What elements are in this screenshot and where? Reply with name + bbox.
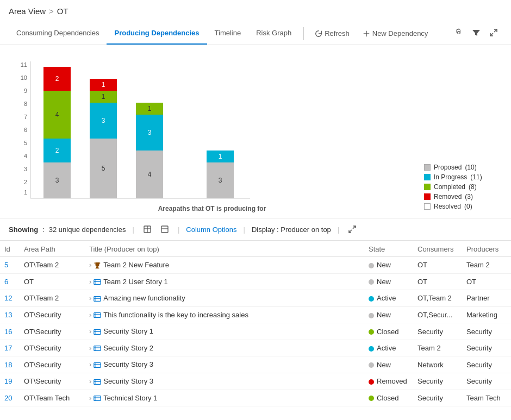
refresh-button[interactable]: Refresh (308, 25, 356, 42)
work-item-icon (94, 311, 103, 319)
filter-icon (472, 28, 481, 37)
legend-proposed: Proposed (10) (424, 164, 500, 171)
row-id-link[interactable]: 17 (4, 344, 12, 352)
tab-risk[interactable]: Risk Graph (248, 22, 299, 45)
tab-divider (303, 27, 304, 40)
refresh-label: Refresh (325, 29, 350, 37)
row-id-link[interactable]: 5 (4, 261, 8, 269)
row-state: Active (364, 290, 413, 307)
chart-title-prefix: Areapaths that (158, 205, 205, 212)
tab-consuming[interactable]: Consuming Dependencies (9, 22, 107, 45)
legend-resolved-count: (0) (464, 203, 472, 210)
row-producers: Security (462, 356, 511, 373)
row-id-link[interactable]: 19 (4, 377, 12, 385)
tab-timeline[interactable]: Timeline (207, 22, 249, 45)
col-header-id: Id (0, 241, 20, 257)
showing-bar: Showing : 32 unique dependencies | | Col… (0, 218, 511, 241)
row-consumers: OT (413, 273, 462, 290)
breadcrumb-root[interactable]: Area View (9, 7, 46, 16)
open-fullscreen-icon[interactable] (346, 224, 359, 235)
row-id-link[interactable]: 6 (4, 278, 8, 286)
new-dependency-button[interactable]: New Dependency (356, 25, 435, 42)
svg-text:1: 1 (148, 105, 152, 112)
chart-title-bold: OT (205, 205, 215, 212)
settings-icon-btn[interactable] (450, 24, 468, 43)
filter-icon-btn[interactable] (468, 24, 485, 43)
row-consumers: Team 2 (413, 340, 462, 356)
row-area-path: OT\Team 2 (20, 290, 85, 307)
row-producers: Security (462, 373, 511, 390)
collapse-rows-icon[interactable] (158, 224, 171, 235)
svg-text:7: 7 (24, 114, 27, 120)
row-expand-icon[interactable]: › (89, 311, 91, 319)
table-row: 6OT›Team 2 User Story 1NewOTOT (0, 273, 511, 290)
state-dot (369, 329, 374, 335)
row-title: ›Security Story 2 (85, 340, 364, 356)
row-expand-icon[interactable]: › (89, 294, 91, 302)
column-options-link[interactable]: Column Options (186, 225, 236, 234)
row-expand-icon[interactable]: › (89, 278, 91, 286)
row-id-link[interactable]: 16 (4, 328, 12, 336)
row-expand-icon[interactable]: › (89, 360, 91, 368)
work-item-icon (94, 294, 103, 302)
row-title-text: This functionality is the key to increas… (103, 311, 248, 319)
breadcrumb-separator: > (49, 7, 54, 16)
row-state: Active (364, 340, 413, 356)
state-dot (369, 396, 374, 401)
svg-text:5: 5 (24, 140, 27, 146)
state-dot (369, 263, 374, 268)
legend-removed-label: Removed (434, 193, 462, 200)
row-producers: Team Tech (462, 390, 511, 406)
state-dot (369, 362, 374, 368)
legend-completed-color (424, 184, 431, 190)
legend-completed: Completed (8) (424, 183, 500, 191)
row-id-link[interactable]: 18 (4, 361, 12, 369)
svg-text:3: 3 (24, 166, 27, 172)
row-title-text: Amazing new functionality (103, 294, 185, 302)
row-title-text: Security Story 1 (103, 327, 153, 335)
svg-text:4: 4 (148, 171, 152, 178)
showing-label: Showing (9, 225, 38, 234)
row-producers: Team 2 (462, 257, 511, 274)
expand-rows-icon[interactable] (141, 224, 154, 235)
row-title: ›Security Story 1 (85, 323, 364, 340)
legend-removed-color (424, 193, 431, 200)
table-row: 12OT\Team 2›Amazing new functionalityAct… (0, 290, 511, 307)
expand-icon-btn[interactable] (485, 24, 502, 43)
row-area-path: OT\Security (20, 323, 85, 340)
row-title-text: Security Story 3 (103, 377, 153, 385)
svg-rect-42 (99, 262, 101, 264)
col-header-consumers: Consumers (413, 241, 462, 257)
svg-text:11: 11 (21, 61, 27, 68)
svg-rect-64 (94, 396, 101, 401)
legend-removed-count: (3) (465, 193, 473, 200)
row-expand-icon[interactable]: › (89, 261, 91, 269)
row-expand-icon[interactable]: › (89, 377, 91, 385)
row-area-path: OT\Security (20, 340, 85, 356)
row-producers: Security (462, 340, 511, 356)
legend-resolved-color (424, 203, 431, 210)
work-item-icon (94, 394, 103, 402)
row-id-link[interactable]: 20 (4, 394, 12, 402)
row-area-path: OT\Security (20, 306, 85, 323)
svg-text:Secu...: Secu... (48, 202, 66, 203)
bar-chart: 11 10 9 8 7 6 5 4 3 2 1 3 2 4 (11, 56, 413, 212)
row-consumers: OT (413, 257, 462, 274)
row-id-link[interactable]: 12 (4, 294, 12, 302)
chart-container: 11 10 9 8 7 6 5 4 3 2 1 3 2 4 (0, 45, 511, 218)
row-expand-icon[interactable]: › (89, 344, 91, 352)
dependencies-table: Id Area Path Title (Producer on top) Sta… (0, 241, 511, 406)
table-row: 13OT\Security›This functionality is the … (0, 306, 511, 323)
legend-removed: Removed (3) (424, 193, 500, 200)
row-area-path: OT\Security (20, 356, 85, 373)
tab-producing[interactable]: Producing Dependencies (107, 22, 207, 45)
row-expand-icon[interactable]: › (89, 394, 91, 402)
chart-legend: Proposed (10) In Progress (11) Completed… (413, 164, 500, 212)
row-expand-icon[interactable]: › (89, 327, 91, 335)
row-id-link[interactable]: 13 (4, 311, 12, 319)
svg-text:1: 1 (102, 93, 105, 101)
row-area-path: OT\Security (20, 373, 85, 390)
svg-text:3: 3 (148, 129, 152, 136)
row-title: ›Team 2 New Feature (85, 257, 364, 274)
legend-resolved: Resolved (0) (424, 203, 500, 210)
